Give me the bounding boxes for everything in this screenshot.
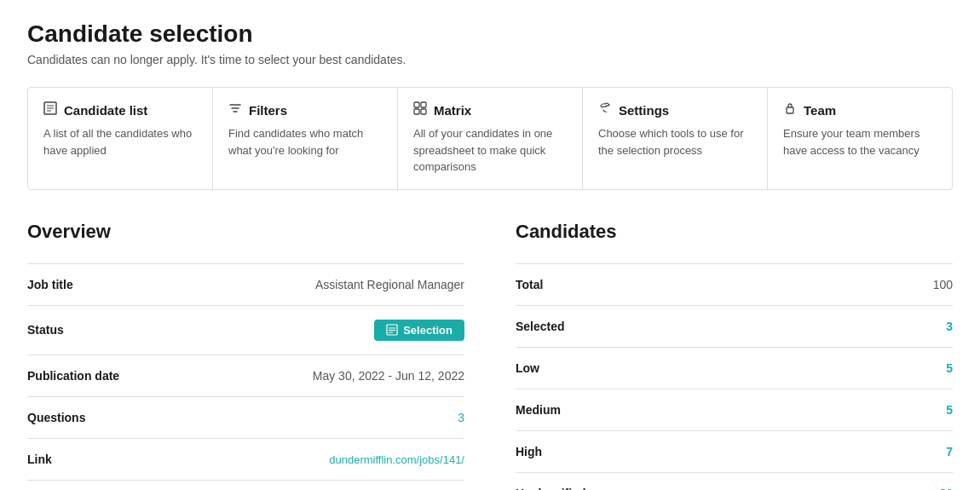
team-icon (783, 101, 797, 118)
filters-icon (228, 101, 242, 118)
nav-card-desc-candidate-list: A list of all the candidates who have ap… (43, 125, 197, 159)
nav-card-label-candidate-list: Candidate list (64, 103, 147, 118)
candidates-row-label: Selected (516, 305, 856, 347)
overview-title: Overview (27, 221, 464, 243)
nav-card-desc-team: Ensure your team members have access to … (783, 125, 937, 159)
candidates-row-value[interactable]: 80 (856, 472, 953, 490)
page-title: Candidate selection (27, 20, 953, 48)
nav-card-label-settings: Settings (619, 103, 669, 118)
candidate-filter-link[interactable]: 5 (946, 361, 953, 375)
nav-card-label-matrix: Matrix (434, 103, 471, 118)
overview-row-value[interactable]: Selection (164, 305, 464, 355)
overview-row: Share link🔗𝕏in✉ (27, 480, 464, 490)
nav-card-settings[interactable]: Settings Choose which tools to use for t… (583, 88, 768, 189)
candidate-filter-link[interactable]: 80 (939, 487, 953, 491)
candidates-row: Total100 (516, 263, 953, 305)
candidate-filter-link[interactable]: 7 (946, 445, 953, 458)
nav-cards: Candidate list A list of all the candida… (27, 87, 953, 190)
overview-table: Job titleAssistant Regional ManagerStatu… (27, 263, 464, 491)
candidates-row-value[interactable]: 5 (856, 389, 953, 430)
candidates-row-value: 100 (856, 263, 953, 305)
settings-icon (598, 101, 612, 118)
overview-row-value: Assistant Regional Manager (164, 263, 464, 305)
overview-row-value[interactable]: 3 (164, 396, 464, 438)
page-container: Candidate selection Candidates can no lo… (0, 0, 980, 490)
candidates-row-value[interactable]: 3 (856, 305, 953, 347)
svg-rect-6 (414, 109, 419, 114)
candidates-row: Medium5 (516, 389, 953, 430)
status-badge[interactable]: Selection (374, 320, 464, 341)
candidates-row-label: Total (516, 263, 856, 305)
overview-row-value[interactable]: dundermifflin.com/jobs/141/ (164, 438, 464, 480)
candidate-list-icon (43, 101, 57, 118)
overview-row-label: Publication date (27, 355, 164, 396)
overview-row-value[interactable]: 🔗𝕏in✉ (164, 480, 464, 490)
overview-row: Status Selection (27, 305, 464, 355)
candidates-table: Total100Selected3Low5Medium5High7Unclass… (516, 263, 953, 491)
nav-card-candidate-list[interactable]: Candidate list A list of all the candida… (28, 88, 213, 189)
nav-card-desc-filters: Find candidates who match what you're lo… (228, 125, 382, 159)
overview-row: Linkdundermifflin.com/jobs/141/ (27, 438, 464, 480)
candidates-row: Low5 (516, 347, 953, 389)
candidates-row: Unclassified80 (516, 472, 953, 490)
candidates-section: Candidates Total100Selected3Low5Medium5H… (516, 221, 953, 491)
nav-card-desc-matrix: All of your candidates in one spreadshee… (413, 125, 567, 176)
overview-row-label: Status (27, 305, 164, 355)
svg-rect-7 (421, 109, 426, 114)
overview-row: Job titleAssistant Regional Manager (27, 263, 464, 305)
matrix-icon (413, 101, 427, 118)
candidates-row-label: Unclassified (516, 472, 856, 490)
overview-row-label: Job title (27, 263, 164, 305)
overview-row-label: Share link (27, 480, 164, 490)
candidates-row-label: Low (516, 347, 856, 389)
overview-row-label: Questions (27, 396, 164, 438)
overview-row: Questions3 (27, 396, 464, 438)
overview-row: Publication dateMay 30, 2022 - Jun 12, 2… (27, 355, 464, 396)
svg-rect-4 (414, 102, 419, 107)
candidate-filter-link[interactable]: 3 (946, 320, 953, 333)
nav-card-team[interactable]: Team Ensure your team members have acces… (768, 88, 952, 189)
overview-row-label: Link (27, 438, 164, 480)
main-content: Overview Job titleAssistant Regional Man… (27, 221, 953, 491)
page-subtitle: Candidates can no longer apply. It's tim… (27, 53, 953, 66)
nav-card-label-filters: Filters (249, 103, 287, 118)
questions-link[interactable]: 3 (458, 411, 464, 424)
candidates-row: Selected3 (516, 305, 953, 347)
nav-card-filters[interactable]: Filters Find candidates who match what y… (213, 88, 398, 189)
nav-card-matrix[interactable]: Matrix All of your candidates in one spr… (398, 88, 583, 189)
candidates-title: Candidates (516, 221, 953, 243)
candidates-row-label: Medium (516, 389, 856, 430)
svg-rect-5 (421, 102, 426, 107)
overview-section: Overview Job titleAssistant Regional Man… (27, 221, 464, 491)
overview-row-value: May 30, 2022 - Jun 12, 2022 (164, 355, 464, 396)
candidates-row-value[interactable]: 5 (856, 347, 953, 389)
nav-card-desc-settings: Choose which tools to use for the select… (598, 125, 752, 159)
nav-card-label-team: Team (804, 103, 836, 118)
svg-rect-8 (787, 107, 793, 113)
candidate-filter-link[interactable]: 5 (946, 403, 953, 417)
job-link[interactable]: dundermifflin.com/jobs/141/ (329, 453, 464, 466)
candidates-row: High7 (516, 430, 953, 472)
candidates-row-label: High (516, 430, 856, 472)
candidates-row-value[interactable]: 7 (856, 430, 953, 472)
